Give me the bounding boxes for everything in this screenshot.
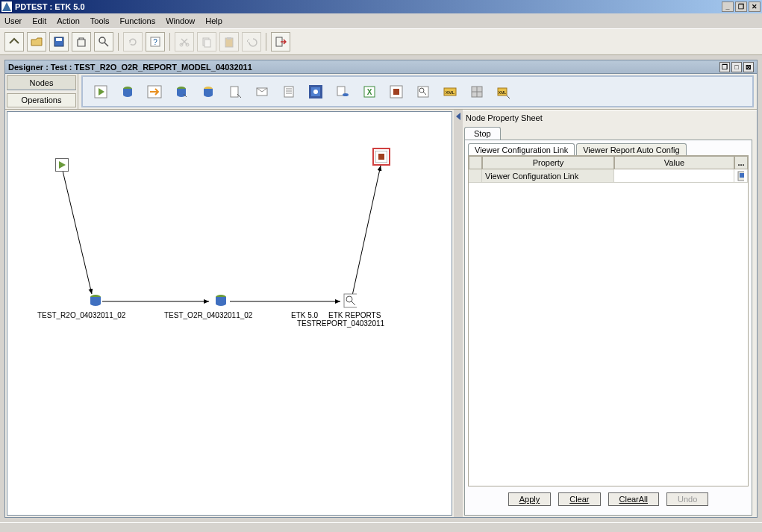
node-palette: X XML XML — [81, 75, 754, 107]
palette-doc1-icon[interactable] — [226, 83, 244, 101]
grid-row-1-value[interactable] — [614, 169, 734, 182]
clearall-button[interactable]: ClearAll — [608, 492, 660, 506]
svg-rect-58 — [378, 154, 384, 160]
property-panel-title: Node Property Sheet — [464, 112, 752, 125]
grid-row-1-property: Viewer Configuration Link — [482, 169, 614, 182]
svg-text:XML: XML — [446, 90, 455, 95]
palette-grid-icon[interactable] — [468, 83, 486, 101]
canvas-stop-node[interactable] — [372, 148, 390, 166]
save-button[interactable] — [49, 32, 69, 51]
palette-tab-nodes[interactable]: Nodes — [7, 75, 76, 90]
svg-point-24 — [204, 93, 213, 97]
menu-user[interactable]: User — [4, 16, 22, 25]
property-panel: Node Property Sheet Stop Viewer Configur… — [463, 110, 757, 517]
maximize-button[interactable]: ❐ — [735, 1, 747, 12]
help-button[interactable]: ? — [146, 32, 165, 51]
menu-functions[interactable]: Functions — [119, 16, 155, 25]
close-button[interactable]: ✕ — [749, 1, 761, 12]
menu-tools[interactable]: Tools — [90, 16, 110, 25]
palette-db3-icon[interactable] — [199, 83, 217, 101]
designer-title-bar: Designer : Test : TEST_R2O_O2R_REPORT_MO… — [5, 60, 757, 74]
palette-xml-icon[interactable]: XML — [441, 83, 459, 101]
subtab-viewer-auto-config[interactable]: Viewer Report Auto Config — [576, 143, 686, 156]
palette-view-icon[interactable] — [414, 83, 432, 101]
menu-edit[interactable]: Edit — [32, 16, 46, 25]
designer-restore-button[interactable]: ❐ — [719, 62, 730, 72]
minimize-button[interactable]: _ — [722, 1, 734, 12]
paste-button — [219, 32, 239, 51]
svg-rect-11 — [227, 37, 231, 40]
svg-rect-25 — [231, 87, 238, 97]
palette-xml2-icon[interactable]: XML — [495, 83, 513, 101]
palette-excel-icon[interactable]: X — [360, 83, 378, 101]
svg-point-54 — [216, 301, 226, 306]
designer-max-button[interactable]: □ — [731, 62, 742, 72]
menu-help[interactable]: Help — [205, 16, 222, 25]
exit-button[interactable] — [271, 32, 290, 51]
title-bar: PDTEST : ETK 5.0 _ ❐ ✕ — [0, 0, 762, 13]
clear-button[interactable]: Clear — [558, 492, 600, 506]
canvas-db-node-2[interactable] — [213, 294, 227, 307]
menu-action[interactable]: Action — [57, 16, 80, 25]
app-title: PDTEST : ETK 5.0 — [15, 2, 85, 11]
svg-line-44 — [63, 171, 92, 294]
svg-point-32 — [343, 93, 349, 96]
grid-header-ext[interactable]: ... — [734, 156, 748, 169]
status-bar — [0, 522, 762, 532]
refresh-button — [123, 32, 143, 51]
property-panel-handle[interactable] — [454, 110, 463, 517]
canvas-start-node[interactable] — [55, 158, 69, 172]
palette-db4-icon[interactable] — [334, 83, 352, 101]
grid-row-1-picker[interactable] — [734, 169, 748, 182]
palette-tab-operations[interactable]: Operations — [7, 93, 76, 108]
canvas-node-4-label1: ETK REPORTS — [328, 311, 381, 319]
canvas-view-node[interactable] — [343, 294, 357, 307]
svg-marker-48 — [59, 161, 66, 169]
palette-start-icon[interactable] — [92, 83, 110, 101]
svg-line-47 — [352, 166, 381, 295]
delete-button[interactable] — [72, 32, 91, 51]
undo-button: Undo — [666, 492, 708, 506]
designer-window: Designer : Test : TEST_R2O_O2R_REPORT_MO… — [4, 60, 758, 518]
svg-text:?: ? — [153, 38, 157, 46]
svg-marker-0 — [2, 2, 11, 11]
designer-close-button[interactable]: ⊠ — [743, 62, 754, 72]
palette-stop-icon[interactable] — [387, 83, 405, 101]
search-button[interactable] — [94, 32, 113, 51]
grid-row-1[interactable]: Viewer Configuration Link — [469, 169, 748, 183]
cut-button — [175, 32, 194, 51]
main-toolbar: ? — [0, 28, 762, 55]
grid-header-property: Property — [482, 156, 614, 169]
palette-database-icon[interactable] — [119, 83, 137, 101]
palette-db2-icon[interactable] — [172, 83, 190, 101]
svg-point-30 — [313, 90, 318, 94]
collapse-icon[interactable] — [456, 113, 460, 120]
svg-rect-60 — [740, 173, 744, 178]
palette-arrow-icon[interactable] — [146, 83, 163, 101]
svg-point-51 — [90, 301, 101, 306]
grid-header-value: Value — [614, 156, 734, 169]
svg-point-3 — [99, 37, 105, 43]
svg-rect-9 — [204, 40, 210, 47]
palette-mail-icon[interactable] — [253, 83, 271, 101]
grid-header-rowhandle — [469, 156, 482, 169]
design-canvas[interactable]: TEST_R2O_04032011_02 TEST_O2R_04032011_0… — [7, 111, 452, 516]
app-icon — [1, 1, 12, 12]
subtab-viewer-config-link[interactable]: Viewer Configuration Link — [468, 143, 575, 156]
open-button[interactable] — [27, 32, 46, 51]
palette-doc2-icon[interactable] — [280, 83, 298, 101]
canvas-db-node-1[interactable] — [88, 294, 102, 307]
apply-button[interactable]: Apply — [508, 492, 552, 506]
property-tab-stop[interactable]: Stop — [464, 127, 501, 140]
undo-button — [242, 32, 261, 51]
svg-rect-36 — [393, 89, 399, 95]
svg-rect-55 — [344, 294, 357, 307]
canvas-node-2-label: TEST_O2R_04032011_02 — [164, 311, 252, 319]
palette-tool-icon[interactable] — [307, 83, 325, 101]
menu-bar: User Edit Action Tools Functions Window … — [0, 13, 762, 28]
menu-window[interactable]: Window — [166, 16, 195, 25]
property-grid: Property Value ... Viewer Configuration … — [468, 155, 749, 486]
canvas-node-4-label2: TESTREPORT_04032011 — [297, 319, 384, 328]
designer-title: Designer : Test : TEST_R2O_O2R_REPORT_MO… — [8, 63, 252, 72]
new-button[interactable] — [4, 32, 24, 51]
